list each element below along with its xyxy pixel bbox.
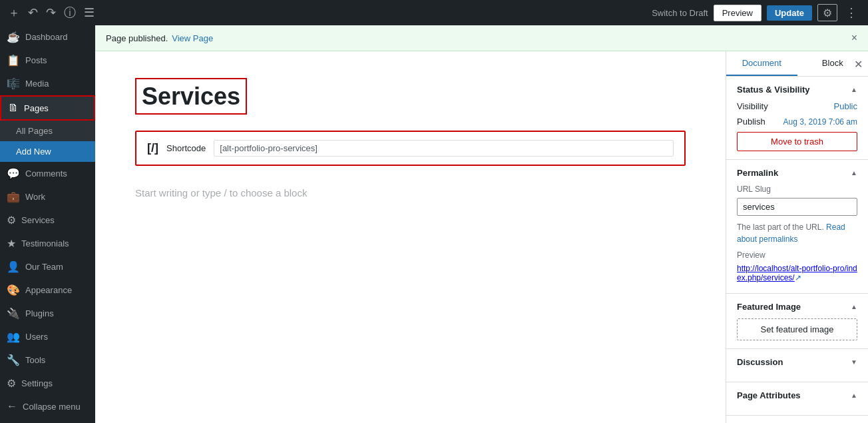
sidebar-item-collapse[interactable]: ← Collapse menu xyxy=(0,395,95,418)
sidebar-item-label: Services xyxy=(21,215,55,225)
content-area: Page published. View Page × Services [/]… xyxy=(95,25,868,423)
sidebar-item-all-pages[interactable]: All Pages xyxy=(0,121,95,141)
permalink-hint: The last part of the URL. Read about per… xyxy=(737,221,857,245)
undo-icon[interactable]: ↶ xyxy=(28,7,38,19)
sidebar-item-label: Pages xyxy=(24,103,49,113)
toolbar-left: ＋ ↶ ↷ ⓘ ☰ xyxy=(8,7,95,19)
sidebar-item-media[interactable]: 🎼 Media xyxy=(0,72,95,95)
shortcode-block: [/] Shortcode xyxy=(135,131,686,166)
sidebar-item-comments[interactable]: 💬 Comments xyxy=(0,162,95,185)
shortcode-input[interactable] xyxy=(214,140,674,157)
add-icon[interactable]: ＋ xyxy=(8,7,20,19)
tools-icon: 🔧 xyxy=(7,354,20,366)
featured-image-header[interactable]: Featured Image ▲ xyxy=(737,302,857,312)
settings-icon: ⚙ xyxy=(7,377,16,390)
featured-image-chevron-up-icon: ▲ xyxy=(851,303,857,310)
redo-icon[interactable]: ↷ xyxy=(46,7,56,19)
sidebar-item-label: Testimonials xyxy=(21,238,69,248)
sidebar-item-tools[interactable]: 🔧 Tools xyxy=(0,348,95,372)
permalink-chevron-up-icon: ▲ xyxy=(851,169,857,177)
sidebar-item-label: Our Team xyxy=(25,262,63,272)
sidebar-item-services[interactable]: ⚙ Services xyxy=(0,209,95,232)
add-new-label: Add New xyxy=(16,147,51,157)
page-title-block: Services xyxy=(135,78,247,115)
sidebar-item-label: Comments xyxy=(25,169,67,179)
collapse-icon: ← xyxy=(7,400,17,412)
status-visibility-header[interactable]: Status & Visibility ▲ xyxy=(737,85,857,95)
media-icon: 🎼 xyxy=(7,77,20,90)
work-icon: 💼 xyxy=(7,191,20,203)
sidebar-item-settings[interactable]: ⚙ Settings xyxy=(0,372,95,395)
sidebar-item-add-new[interactable]: Add New xyxy=(0,141,95,162)
move-to-trash-button[interactable]: Move to trash xyxy=(737,132,857,151)
visibility-value[interactable]: Public xyxy=(834,101,857,111)
info-icon[interactable]: ⓘ xyxy=(64,7,76,19)
sidebar-item-label: Work xyxy=(25,192,45,202)
toolbar-right: Switch to Draft Preview Update ⚙ ⋮ xyxy=(652,4,860,21)
preview-label: Preview xyxy=(737,250,857,260)
sidebar-item-work[interactable]: 💼 Work xyxy=(0,185,95,209)
publish-value[interactable]: Aug 3, 2019 7:06 am xyxy=(783,117,857,127)
sidebar-item-label: Tools xyxy=(25,355,45,365)
sidebar-item-pages[interactable]: 🗎 Pages xyxy=(0,95,95,121)
tab-document[interactable]: Document xyxy=(726,51,797,76)
status-visibility-section: Status & Visibility ▲ Visibility Public … xyxy=(726,77,868,160)
preview-url[interactable]: http://localhost/alt-portfolio-pro/index… xyxy=(737,264,857,282)
discussion-title: Discussion xyxy=(737,357,783,367)
sidebar-item-our-team[interactable]: 👤 Our Team xyxy=(0,255,95,278)
preview-button[interactable]: Preview xyxy=(714,5,761,21)
sidebar-item-label: Plugins xyxy=(25,308,54,318)
editor-main[interactable]: Services [/] Shortcode Start writing or … xyxy=(95,51,726,423)
list-view-icon[interactable]: ☰ xyxy=(84,7,95,19)
posts-icon: 📋 xyxy=(7,54,20,67)
shortcode-label: Shortcode xyxy=(166,143,206,153)
sidebar-item-label: Posts xyxy=(25,55,47,65)
sidebar-item-label: Collapse menu xyxy=(23,402,81,412)
status-visibility-title: Status & Visibility xyxy=(737,85,810,95)
our-team-icon: 👤 xyxy=(7,260,20,273)
discussion-header[interactable]: Discussion ▼ xyxy=(737,357,857,367)
notice-close-button[interactable]: × xyxy=(851,32,857,44)
write-prompt[interactable]: Start writing or type / to choose a bloc… xyxy=(135,182,686,204)
page-attributes-section: Page Attributes ▲ xyxy=(726,382,868,416)
panel-close-button[interactable]: ✕ xyxy=(854,57,863,70)
sidebar-item-plugins[interactable]: 🔌 Plugins xyxy=(0,302,95,325)
sidebar-item-label: Settings xyxy=(21,378,53,388)
sidebar-item-label: Users xyxy=(25,332,48,342)
view-page-link[interactable]: View Page xyxy=(172,33,213,43)
featured-image-section: Featured Image ▲ Set featured image xyxy=(726,294,868,349)
more-options-icon[interactable]: ⋮ xyxy=(843,4,860,21)
permalink-section: Permalink ▲ URL Slug The last part of th… xyxy=(726,160,868,294)
discussion-chevron-down-icon: ▼ xyxy=(851,358,857,366)
publish-row: Publish Aug 3, 2019 7:06 am xyxy=(737,117,857,127)
permalink-header[interactable]: Permalink ▲ xyxy=(737,168,857,178)
sidebar-item-testimonials[interactable]: ★ Testimonials xyxy=(0,232,95,255)
url-slug-input[interactable] xyxy=(737,198,857,216)
visibility-row: Visibility Public xyxy=(737,101,857,111)
comments-icon: 💬 xyxy=(7,167,20,180)
panel-tabs: Document Block ✕ xyxy=(726,51,868,77)
preview-url-link[interactable]: http://localhost/alt-portfolio-pro/index… xyxy=(737,264,857,282)
top-toolbar: ＋ ↶ ↷ ⓘ ☰ Switch to Draft Preview Update… xyxy=(0,0,868,25)
page-title[interactable]: Services xyxy=(142,82,240,111)
shortcode-bracket-icon: [/] xyxy=(147,141,158,155)
sidebar-item-label: Dashboard xyxy=(25,32,68,42)
sidebar-item-dashboard[interactable]: ☕ Dashboard xyxy=(0,25,95,49)
sidebar-item-users[interactable]: 👥 Users xyxy=(0,325,95,348)
sidebar-item-posts[interactable]: 📋 Posts xyxy=(0,49,95,72)
sidebar-item-label: Media xyxy=(25,79,49,89)
page-attributes-header[interactable]: Page Attributes ▲ xyxy=(737,390,857,400)
all-pages-label: All Pages xyxy=(16,126,53,136)
testimonials-icon: ★ xyxy=(7,237,16,250)
page-attributes-chevron-up-icon: ▲ xyxy=(851,392,857,399)
switch-to-draft-button[interactable]: Switch to Draft xyxy=(652,8,708,18)
url-slug-label: URL Slug xyxy=(737,185,857,194)
permalink-title: Permalink xyxy=(737,168,778,178)
plugins-icon: 🔌 xyxy=(7,307,20,320)
sidebar-item-appearance[interactable]: 🎨 Appearance xyxy=(0,278,95,302)
set-featured-image-button[interactable]: Set featured image xyxy=(737,318,857,340)
appearance-icon: 🎨 xyxy=(7,284,20,296)
settings-icon[interactable]: ⚙ xyxy=(817,4,837,21)
update-button[interactable]: Update xyxy=(767,5,812,21)
chevron-up-icon: ▲ xyxy=(851,86,857,93)
